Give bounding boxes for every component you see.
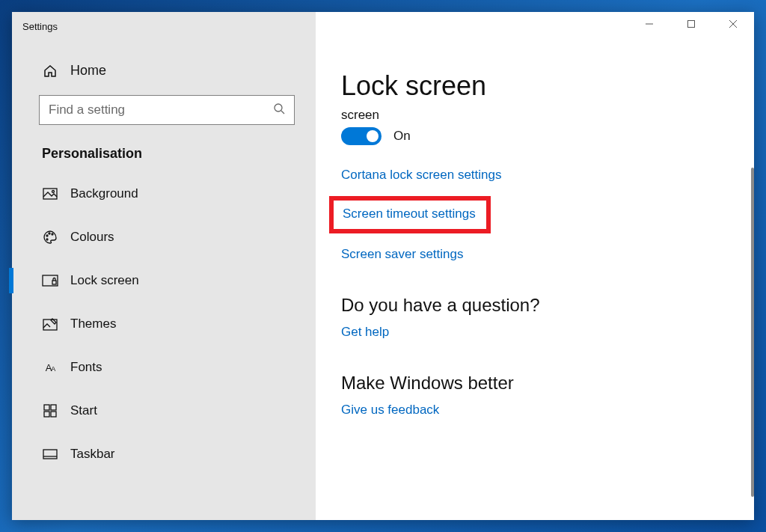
sidebar-item-fonts[interactable]: AA Fonts [12,346,316,389]
sidebar-item-label: Fonts [70,360,102,375]
svg-rect-19 [43,450,57,459]
sidebar-item-label: Colours [70,230,114,245]
search-input[interactable]: Find a setting [39,95,295,125]
toggle-row: On [341,127,724,145]
minimize-button[interactable] [628,12,670,36]
palette-icon [42,230,58,245]
svg-rect-1 [688,21,695,28]
screen-saver-link[interactable]: Screen saver settings [341,247,463,262]
picture-icon [42,188,58,200]
scrollbar-thumb[interactable] [751,168,754,497]
svg-rect-15 [44,405,49,410]
svg-rect-16 [51,405,56,410]
sidebar-item-label: Taskbar [70,447,115,462]
start-icon [42,404,58,418]
screen-toggle[interactable] [341,127,382,145]
svg-point-4 [275,104,282,111]
themes-icon [42,317,58,331]
help-header: Do you have a question? [341,295,724,316]
sidebar-item-label: Background [70,186,138,201]
desktop-background: Settings Home [0,0,766,532]
sidebar-item-lock-screen[interactable]: Lock screen [12,259,316,302]
sidebar-item-label: Themes [70,317,116,331]
feedback-header: Make Windows better [341,373,724,394]
section-header: Personalisation [12,135,316,172]
svg-point-7 [52,191,55,193]
content-pane: Lock screen screen On Cortana lock scree… [316,12,754,520]
feedback-link[interactable]: Give us feedback [341,403,439,418]
fonts-icon: AA [42,362,58,373]
settings-window: Settings Home [12,12,754,520]
sidebar-item-start[interactable]: Start [12,389,316,432]
search-icon [273,103,285,118]
svg-rect-6 [43,189,57,199]
sidebar-item-label: Lock screen [70,273,139,288]
svg-point-11 [46,239,48,240]
sidebar-item-colours[interactable]: Colours [12,215,316,259]
svg-line-5 [281,111,284,114]
sidebar-item-background[interactable]: Background [12,172,316,215]
maximize-button[interactable] [670,12,712,36]
svg-rect-17 [44,412,49,417]
titlebar: Settings [12,12,754,36]
sidebar-item-label: Start [70,403,97,418]
search-placeholder: Find a setting [49,103,125,117]
sidebar-item-taskbar[interactable]: Taskbar [12,432,316,476]
window-controls [628,12,754,36]
highlight-box: Screen timeout settings [329,196,491,233]
get-help-link[interactable]: Get help [341,325,389,340]
page-title: Lock screen [341,70,724,102]
svg-rect-18 [51,412,56,417]
svg-point-9 [49,233,50,234]
svg-rect-13 [52,281,56,284]
lock-screen-icon [42,275,58,287]
sidebar-item-themes[interactable]: Themes [12,302,316,346]
toggle-caption: screen [341,108,724,123]
toggle-state: On [393,129,411,144]
taskbar-icon [42,449,58,459]
cortana-link[interactable]: Cortana lock screen settings [341,168,502,183]
close-button[interactable] [712,12,754,36]
home-icon [42,64,58,79]
sidebar: Home Find a setting Personalisation Back… [12,12,316,520]
window-title: Settings [12,16,58,32]
svg-point-8 [46,235,48,236]
home-button[interactable]: Home [12,49,316,92]
screen-timeout-link[interactable]: Screen timeout settings [343,207,476,221]
home-label: Home [70,63,106,79]
svg-point-10 [52,233,53,235]
